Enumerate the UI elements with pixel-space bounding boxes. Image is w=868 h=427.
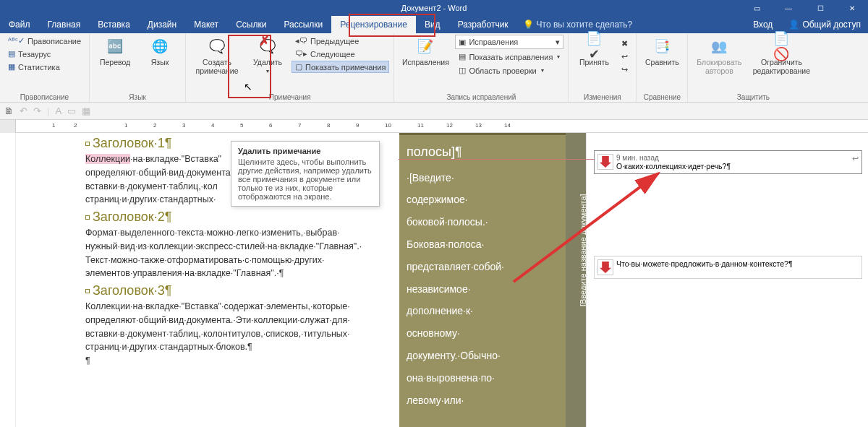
book-icon: ▤ <box>8 49 15 59</box>
delete-comment-button[interactable]: 🗨️✗ Удалить ▾ <box>247 35 289 77</box>
qat-ruler-icon[interactable]: ▭ <box>67 105 76 116</box>
reply-icon[interactable]: ↩ <box>852 154 859 171</box>
qat-new-icon[interactable]: 🗎 <box>4 105 14 116</box>
paragraph-2: Формат·выделенного·текста·можно·легко·из… <box>85 226 392 280</box>
tab-review[interactable]: Рецензирование <box>331 16 416 33</box>
group-protect: 👥 Блокировать авторов 📄🚫 Ограничить реда… <box>688 33 818 102</box>
block-authors-button: 👥 Блокировать авторов <box>692 35 746 77</box>
next-change-button[interactable]: ↪ <box>618 64 631 76</box>
tab-layout[interactable]: Макет <box>185 16 227 33</box>
tab-home[interactable]: Главная <box>39 16 90 33</box>
up-icon: ↩ <box>621 52 628 61</box>
translate-icon: 🔤 <box>105 36 125 56</box>
tab-insert[interactable]: Вставка <box>89 16 139 33</box>
person-icon: 👤 <box>788 20 799 30</box>
markup-icon: ▤ <box>459 52 466 61</box>
comment-icon: 🗨️ <box>207 36 227 56</box>
group-changes: 📄✔ Принять ✖ ↩ ↪ Изменения <box>569 33 637 102</box>
prev-comment-button[interactable]: ◂🗨Предыдущее <box>292 35 389 47</box>
display-review-dropdown[interactable]: ▣ Исправления ▾ <box>455 35 563 49</box>
bulb-icon: 💡 <box>523 20 534 30</box>
document-area: Заголовок·1¶ Коллекции·на·вкладке·"Встав… <box>0 133 868 427</box>
comment-text: О·каких·коллекциях·идет·речь?¶ <box>616 162 849 171</box>
display-icon: ▣ <box>459 38 466 47</box>
chevron-down-icon: ▾ <box>266 68 269 74</box>
tab-view[interactable]: Вид <box>416 16 449 33</box>
accept-button[interactable]: 📄✔ Принять <box>573 35 615 76</box>
show-comments-button[interactable]: ▢Показать примечания <box>292 61 389 73</box>
prev-icon: ◂🗨 <box>295 36 307 46</box>
avatar-icon <box>597 154 613 170</box>
signin-link[interactable]: Вход <box>744 20 781 30</box>
comment-text: Что·вы·можете·предложить·в·данном·контек… <box>616 259 859 268</box>
window-title: Документ2 - Word <box>401 4 467 12</box>
comment-time: 9 мин. назад <box>616 154 849 162</box>
sidebar-textbox[interactable]: полосы]¶ ·[Введите· содержимое· боковой·… <box>399 133 566 427</box>
empty-para: ¶ <box>85 354 392 368</box>
avatar-icon <box>597 259 613 275</box>
show-markup-button[interactable]: ▤Показать исправления▾ <box>455 51 563 63</box>
track-icon: 📝 <box>415 36 435 56</box>
next-comment-button[interactable]: 🗨▸Следующее <box>292 48 389 60</box>
ribbon: ᴬᴮᶜ✓Правописание ▤Тезаурус ▦Статистика П… <box>0 33 868 103</box>
comment-2[interactable]: Что·вы·можете·предложить·в·данном·контек… <box>594 256 862 279</box>
qat-redo-icon[interactable]: ↷ <box>33 105 41 116</box>
stats-icon: ▦ <box>8 62 15 72</box>
tell-me-search[interactable]: 💡 Что вы хотите сделать? <box>523 16 633 33</box>
maximize-button[interactable]: ☐ <box>804 0 836 16</box>
compare-icon: 📑 <box>652 36 672 56</box>
chevron-down-icon: ▾ <box>556 38 560 47</box>
qat-undo-icon[interactable]: ↶ <box>20 105 27 116</box>
translate-button[interactable]: 🔤 Перевод <box>94 35 136 68</box>
down-icon: ↪ <box>621 65 628 74</box>
abc-icon: ᴬᴮᶜ✓ <box>8 36 25 46</box>
quick-access-toolbar: 🗎 ↶ ↷ | Α ▭ ▦ <box>0 103 868 120</box>
sidebar-title: полосы]¶ <box>407 138 558 167</box>
thesaurus-button[interactable]: ▤Тезаурус <box>4 48 85 60</box>
new-comment-button[interactable]: 🗨️ Создать примечание <box>190 35 244 77</box>
restrict-icon: 📄🚫 <box>771 36 791 56</box>
ruler-corner <box>0 120 16 133</box>
close-button[interactable]: ✕ <box>836 0 868 16</box>
wordcount-button[interactable]: ▦Статистика <box>4 61 85 73</box>
next-icon: 🗨▸ <box>295 49 307 59</box>
track-changes-button[interactable]: 📝 Исправления <box>399 35 452 77</box>
group-tracking: 📝 Исправления ▣ Исправления ▾ ▤Показать … <box>394 33 569 102</box>
tab-design[interactable]: Дизайн <box>139 16 185 33</box>
pane-icon: ◫ <box>459 66 466 75</box>
ribbon-options-icon[interactable]: ▭ <box>741 0 773 16</box>
group-language: 🔤 Перевод 🌐 Язык Язык <box>90 33 186 102</box>
title-bar: Документ2 - Word ▭ — ☐ ✕ <box>0 0 868 16</box>
paragraph-3: Коллекции·на·вкладке·"Вставка"·содержат·… <box>85 300 392 354</box>
tab-mailings[interactable]: Рассылки <box>275 16 331 33</box>
reject-button[interactable]: ✖ <box>618 38 631 50</box>
reviewing-pane-button[interactable]: ◫Область проверки▾ <box>455 64 563 77</box>
highlighted-word: Коллекции <box>85 154 130 164</box>
comment-1[interactable]: 9 мин. назад О·каких·коллекциях·идет·реч… <box>594 150 862 174</box>
delete-comment-icon: 🗨️✗ <box>258 36 278 56</box>
reject-icon: ✖ <box>621 39 628 48</box>
group-comments: 🗨️ Создать примечание 🗨️✗ Удалить ▾ ◂🗨Пр… <box>186 33 394 102</box>
minimize-button[interactable]: — <box>773 0 804 16</box>
heading-3: Заголовок·3¶ <box>85 283 392 298</box>
prev-change-button[interactable]: ↩ <box>618 51 631 63</box>
group-compare: 📑 Сравнить Сравнение <box>637 33 688 102</box>
qat-zoom-icon[interactable]: ▦ <box>82 105 90 116</box>
vertical-ruler[interactable] <box>0 133 16 427</box>
rotated-label: [Введите название документа] <box>566 133 586 427</box>
compare-button[interactable]: 📑 Сравнить <box>641 35 683 68</box>
group-proofing: ᴬᴮᶜ✓Правописание ▤Тезаурус ▦Статистика П… <box>0 33 90 102</box>
share-button[interactable]: 👤 Общий доступ <box>781 20 868 30</box>
horizontal-ruler[interactable]: 121234567891011121314 <box>0 120 868 133</box>
tab-developer[interactable]: Разработчик <box>449 16 517 33</box>
restrict-editing-button[interactable]: 📄🚫 Ограничить редактирование <box>749 35 814 77</box>
globe-icon: 🌐 <box>150 36 170 56</box>
language-button[interactable]: 🌐 Язык <box>139 35 181 68</box>
heading-2: Заголовок·2¶ <box>85 210 392 225</box>
tab-file[interactable]: Файл <box>0 16 39 33</box>
qat-font-icon[interactable]: Α <box>55 105 61 116</box>
comments-pane: 9 мин. назад О·каких·коллекциях·идет·реч… <box>586 133 868 427</box>
ribbon-tabs: Файл Главная Вставка Дизайн Макет Ссылки… <box>0 16 868 33</box>
tab-references[interactable]: Ссылки <box>227 16 275 33</box>
spelling-button[interactable]: ᴬᴮᶜ✓Правописание <box>4 35 85 47</box>
